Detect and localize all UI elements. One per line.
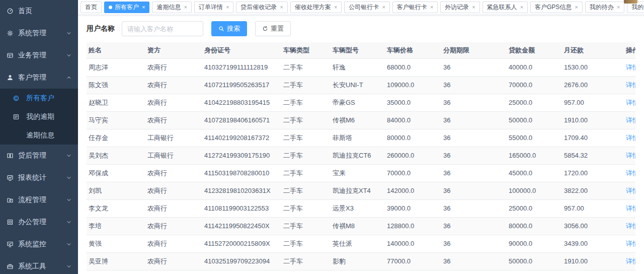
cell-name: 黄强 [87, 235, 145, 252]
search-button[interactable]: 搜索 [211, 21, 247, 36]
cell-loan: 50000.0 [507, 252, 562, 270]
detail-link[interactable]: 详情 [626, 99, 635, 106]
chevron-icon [66, 95, 72, 101]
sidebar-item-label: 所有客户 [26, 94, 66, 103]
detail-link[interactable]: 详情 [626, 240, 635, 247]
cell-monthly: 5854.32 [562, 147, 624, 164]
cell-vehicle-model: 宝来 [331, 164, 385, 182]
tab[interactable]: 公司银行卡 × [344, 2, 389, 13]
sidebar-item[interactable]: 首页 [0, 0, 78, 22]
close-icon[interactable]: × [520, 5, 523, 10]
reset-button[interactable]: 重置 [255, 21, 291, 36]
sidebar-item[interactable]: 业务管理 [0, 44, 78, 66]
sidebar-item[interactable]: 我的逾期 [0, 107, 78, 126]
close-icon[interactable]: × [184, 5, 187, 10]
cell-vehicle-model: 英仕派 [331, 235, 385, 252]
detail-link[interactable]: 详情 [626, 222, 635, 230]
book-icon [13, 113, 20, 120]
tab-label: 客户GPS信息 [535, 3, 572, 12]
cell-id-number: 410721199505263517 [202, 76, 281, 94]
cell-vehicle-type: 二手车 [281, 58, 331, 76]
tab[interactable]: 客户GPS信息 × [530, 2, 583, 13]
sidebar-item[interactable]: 流程管理 [0, 189, 78, 211]
detail-link[interactable]: 详情 [626, 169, 635, 177]
tab[interactable]: 首页 × [80, 2, 102, 13]
customer-name-input[interactable] [122, 21, 203, 36]
table-row: 黄强 农商行 41152720000215809X 二手车 英仕派 140000… [87, 235, 635, 252]
tab[interactable]: 催收处理方案 × [290, 2, 342, 13]
close-icon[interactable]: × [617, 5, 620, 10]
sidebar-item[interactable]: 系统工具 [0, 255, 78, 274]
content: 用户名称 搜索 重置 [78, 15, 644, 274]
sidebar-item-label: 客户管理 [18, 73, 66, 82]
tab[interactable]: 我的待办 × [585, 2, 624, 13]
cell-funder: 农商行 [145, 182, 202, 199]
cell-action: 详情 [624, 270, 635, 274]
detail-link[interactable]: 详情 [626, 81, 635, 89]
cell-term: 36 [441, 252, 507, 270]
username-label: 用户名称 [87, 24, 115, 33]
cell-loan: 165000.0 [507, 147, 562, 164]
cell-vehicle-model: 轩逸 [331, 58, 385, 76]
cell-vehicle-type: 二手车 [281, 147, 331, 164]
cell-vehicle-type: 二手车 [281, 129, 331, 147]
tab[interactable]: 贷后催收记录 × [236, 2, 287, 13]
tab-label: 我的流程 [631, 3, 644, 12]
sidebar-item[interactable]: 系统监控 [0, 233, 78, 255]
cell-vehicle-type: 二手车 [281, 217, 331, 235]
cell-vehicle-type: 二手车 [281, 164, 331, 182]
sidebar-item[interactable]: 办公管理 [0, 211, 78, 233]
detail-link[interactable]: 详情 [626, 152, 635, 159]
chevron-down-icon [66, 52, 72, 58]
cell-term [441, 270, 507, 274]
close-icon[interactable]: × [334, 5, 337, 10]
sidebar-item[interactable]: 逾期信息 [0, 126, 78, 145]
sidebar-item[interactable]: 客户管理 [0, 66, 78, 89]
table-row: 赵晓卫 农商行 410422198803195415 二手车 帝豪GS 3500… [87, 94, 635, 111]
detail-link[interactable]: 详情 [626, 134, 635, 142]
close-icon[interactable]: × [472, 5, 475, 10]
cell-action: 详情 [624, 235, 635, 252]
close-icon[interactable]: × [430, 5, 433, 10]
sidebar-item[interactable]: 系统管理 [0, 22, 78, 44]
cell-funder: 农商行 [145, 58, 202, 76]
cell-id-number: 410422198803195415 [202, 94, 281, 111]
close-icon[interactable]: × [575, 5, 578, 10]
chevron-down-icon [66, 197, 72, 203]
close-icon[interactable]: × [142, 5, 145, 10]
cell-id-number: 411081199003122553 [202, 199, 281, 217]
close-icon[interactable]: × [226, 5, 229, 10]
detail-link[interactable]: 详情 [626, 204, 635, 212]
detail-link[interactable]: 详情 [626, 257, 635, 265]
cell-vehicle-model: 远景X3 [331, 199, 385, 217]
detail-link[interactable]: 详情 [626, 187, 635, 194]
table-body: 周志洋 农商行 410327199111112819 二手车 轩逸 68000.… [87, 58, 635, 274]
tools-icon [7, 263, 14, 270]
sidebar-item[interactable]: 贷后管理 [0, 145, 78, 167]
close-icon[interactable]: × [382, 5, 385, 10]
detail-link[interactable]: 详情 [626, 63, 635, 71]
sidebar-item[interactable]: 所有客户 [0, 89, 78, 107]
tab[interactable]: 紧急联系人 × [482, 2, 528, 13]
table-row: 刘凯 农商行 41232819810203631X 二手车 凯迪拉克XT4 14… [87, 182, 635, 199]
tab[interactable]: 订单详情 × [194, 2, 233, 13]
tab-label: 逾期信息 [156, 3, 181, 12]
cell-price: 142000.0 [385, 182, 441, 199]
tab[interactable]: 所有客户 × [104, 2, 149, 13]
cell-funder: 工商银行 [145, 147, 202, 164]
cell-term: 36 [441, 76, 507, 94]
cell-price: 128800.0 [385, 217, 441, 235]
tabs-bar: 首页 × 所有客户 × 逾期信息 × 订单详情 [78, 0, 644, 15]
tab[interactable]: 逾期信息 × [152, 2, 191, 13]
tab[interactable]: 客户银行卡 × [392, 2, 438, 13]
corner-image-fragment [624, 0, 637, 4]
detail-link[interactable]: 详情 [626, 116, 635, 124]
column-header: 车辆型号 [331, 42, 385, 58]
cell-price: 140000.0 [385, 235, 441, 252]
menu-icon [13, 132, 20, 139]
tab[interactable]: 外访记录 × [440, 2, 479, 13]
cell-monthly: 3439.00 [562, 235, 624, 252]
close-icon[interactable]: × [280, 5, 283, 10]
sidebar-item[interactable]: 报表统计 [0, 167, 78, 189]
sidebar: 首页 系统管理 业务管理 客户管理 [0, 0, 78, 274]
